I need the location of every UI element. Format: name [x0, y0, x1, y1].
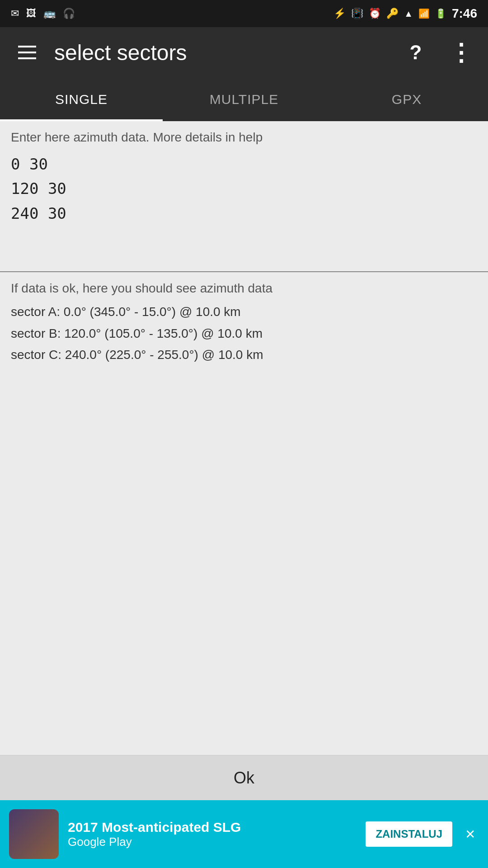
signal-icon: 📶 [418, 8, 430, 19]
battery-icon: 🔋 [435, 8, 446, 19]
output-section: If data is ok, here you should see azimu… [0, 272, 488, 755]
bluetooth-icon: ⚡ [333, 8, 346, 19]
menu-icon[interactable] [9, 46, 45, 59]
transit-icon: 🚌 [43, 8, 56, 19]
page-title: select sectors [45, 40, 398, 65]
more-icon: ⋮ [449, 39, 473, 66]
status-bar: ✉ 🖼 🚌 🎧 ⚡ 📳 ⏰ 🔑 ▲ 📶 🔋 7:46 [0, 0, 488, 27]
toolbar-actions: ? ⋮ [398, 34, 479, 71]
output-hint: If data is ok, here you should see azimu… [11, 281, 477, 296]
tabs: SINGLE MULTIPLE GPX [0, 78, 488, 121]
input-hint: Enter here azimuth data. More details in… [11, 130, 477, 145]
sector-b: sector B: 120.0° (105.0° - 135.0°) @ 10.… [11, 323, 477, 344]
help-button[interactable]: ? [398, 34, 434, 71]
azimuth-input[interactable]: 0 30 120 30 240 30 [11, 152, 477, 269]
image-icon: 🖼 [26, 8, 36, 19]
ad-subtitle: Google Play [68, 835, 357, 849]
main-content: Enter here azimuth data. More details in… [0, 121, 488, 755]
ad-image [9, 809, 59, 859]
status-bar-right: ⚡ 📳 ⏰ 🔑 ▲ 📶 🔋 7:46 [333, 6, 477, 21]
wifi-icon: ▲ [404, 9, 413, 19]
email-icon: ✉ [11, 8, 19, 19]
help-icon: ? [410, 41, 422, 64]
ad-close-button[interactable]: ✕ [461, 823, 479, 845]
status-bar-left: ✉ 🖼 🚌 🎧 [11, 8, 75, 19]
headset-icon: 🎧 [63, 8, 75, 19]
tab-multiple[interactable]: MULTIPLE [163, 78, 325, 121]
ok-button[interactable]: Ok [0, 755, 488, 800]
tab-gpx[interactable]: GPX [325, 78, 488, 121]
svg-rect-0 [18, 46, 36, 47]
more-options-button[interactable]: ⋮ [443, 34, 479, 71]
ad-banner: 2017 Most-anticipated SLG Google Play ZA… [0, 800, 488, 868]
input-section: Enter here azimuth data. More details in… [0, 121, 488, 271]
alarm-icon: ⏰ [369, 8, 381, 19]
status-time: 7:46 [452, 6, 477, 21]
toolbar: select sectors ? ⋮ [0, 27, 488, 78]
ad-title: 2017 Most-anticipated SLG [68, 820, 357, 835]
tab-single[interactable]: SINGLE [0, 78, 163, 121]
vibrate-icon: 📳 [351, 8, 363, 19]
ad-text: 2017 Most-anticipated SLG Google Play [68, 820, 357, 849]
svg-rect-1 [18, 52, 36, 53]
sector-c: sector C: 240.0° (225.0° - 255.0°) @ 10.… [11, 344, 477, 366]
ad-install-button[interactable]: ZAINSTALUJ [366, 821, 452, 847]
sector-a: sector A: 0.0° (345.0° - 15.0°) @ 10.0 k… [11, 301, 477, 323]
svg-rect-2 [18, 57, 36, 59]
vpn-icon: 🔑 [386, 8, 399, 19]
